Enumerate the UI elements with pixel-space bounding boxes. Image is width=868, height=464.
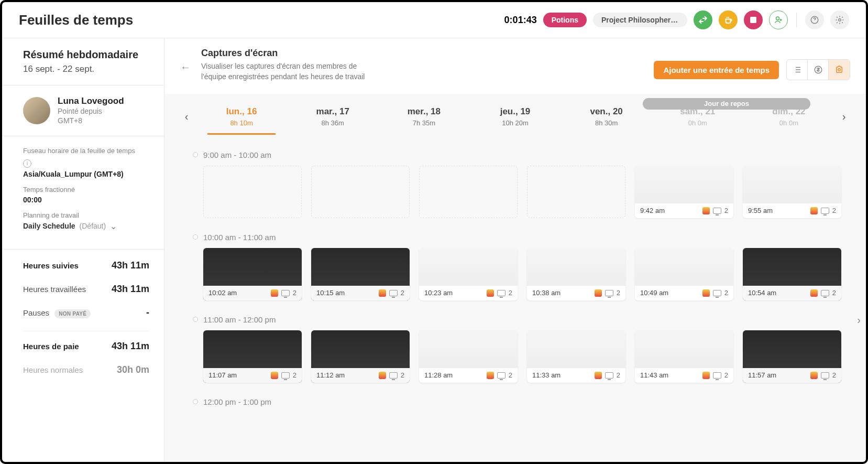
shuffle-icon[interactable] [694,10,712,29]
screenshot-card[interactable]: 11:43 am2 [635,330,733,383]
app-icon [702,372,710,379]
monitor-icon [713,208,721,214]
worked-label: Heures travaillées [23,285,86,294]
monitor-icon [605,290,613,296]
screen-count: 2 [293,371,296,379]
screenshot-time: 9:42 am [640,207,665,214]
money-view-icon[interactable] [808,60,829,80]
monitor-icon [497,290,506,296]
time-range: 11:00 am - 12:00 pm [203,315,276,324]
tz-value: Asia/Kuala_Lumpur (GMT+8) [23,170,149,178]
breaks-val: - [146,307,149,318]
day-duration: 10h 20m [486,119,544,127]
screenshot-card[interactable]: 10:23 am2 [419,248,518,300]
day-tab[interactable]: ven., 208h 30m [573,99,641,135]
app-icon [595,372,602,379]
svg-point-2 [839,19,841,21]
screenshot-slot-empty [311,166,410,218]
sidebar: Résumé hebdomadaire 16 sept. - 22 sept. … [2,38,164,461]
project-chip[interactable]: Project Philosopher's S… [593,13,687,27]
app-icon [487,372,494,379]
monitor-icon [821,372,829,379]
settings-icon[interactable] [830,10,849,29]
screenshot-card[interactable]: 11:33 am2 [527,330,625,383]
screenshot-card[interactable]: 11:12 am2 [311,330,410,383]
app-icon [810,207,818,214]
schedule-dropdown[interactable]: Daily Schedule (Défaut) ⌄ [23,221,149,231]
monitor-icon [713,372,721,379]
timeline-dot [193,152,198,157]
app-icon [702,289,710,297]
day-duration: 7h 35m [395,119,453,127]
screenshot-card[interactable]: 10:38 am2 [527,248,625,300]
main-content: ← Captures d'écran Visualiser les captur… [164,38,866,461]
worked-val: 43h 11m [112,284,149,295]
page-title: Feuilles de temps [19,12,133,28]
avatar[interactable] [23,97,50,124]
summary-range: 16 sept. - 22 sept. [23,64,149,74]
back-arrow-icon[interactable]: ← [180,61,191,73]
screenshot-time: 10:23 am [424,289,453,297]
screenshot-card[interactable]: 11:07 am2 [203,330,302,383]
screenshot-time: 9:55 am [748,207,773,214]
screen-count: 2 [832,371,836,379]
screenshot-card[interactable]: 10:54 am2 [743,248,841,300]
screen-count: 2 [724,289,728,297]
day-tab[interactable]: lun., 168h 10m [207,99,276,135]
app-icon [271,289,278,297]
screen-count: 2 [401,371,404,379]
stop-button[interactable] [744,10,763,29]
screenshot-card[interactable]: 11:28 am2 [419,330,518,383]
screenshot-card[interactable]: 10:49 am2 [635,248,733,300]
day-duration: 0h 0m [760,119,818,127]
screen-count: 2 [724,371,728,379]
screenshot-time: 11:28 am [424,371,453,379]
screenshot-card[interactable]: 10:02 am2 [203,248,302,300]
tag-chip[interactable]: Potions [543,13,587,27]
day-label: jeu., 19 [486,106,544,117]
app-icon [379,372,386,379]
next-week-icon[interactable]: › [834,111,853,123]
day-label: mar., 17 [304,106,361,117]
coffee-icon[interactable] [719,10,738,29]
app-icon [271,372,278,379]
screenshot-card[interactable]: 9:55 am2 [743,166,841,218]
screenshot-view-icon[interactable] [829,60,850,80]
scroll-right-icon[interactable]: › [857,314,861,326]
day-tab[interactable]: mar., 178h 36m [299,99,367,135]
screenshot-slot-empty [203,166,302,218]
monitor-icon [605,372,613,379]
day-tab[interactable]: mer., 187h 35m [390,99,458,135]
info-icon[interactable]: i [23,159,31,168]
svg-point-0 [776,17,779,20]
add-time-entry-button[interactable]: Ajouter une entrée de temps [654,61,779,79]
screen-count: 2 [617,289,620,297]
screen-count: 2 [401,289,404,297]
user-name: Luna Lovegood [58,96,124,106]
day-tab[interactable]: jeu., 1910h 20m [481,99,549,135]
monitor-icon [389,372,398,379]
tracked-label: Heures suivies [23,261,79,270]
app-icon [702,207,710,214]
screenshot-time: 10:38 am [532,289,561,297]
monitor-icon [713,290,721,296]
section-title: Captures d'écran [201,48,379,59]
list-view-icon[interactable] [787,60,808,80]
screenshot-slot-empty [419,166,518,218]
screenshot-card[interactable]: 11:57 am2 [743,330,841,383]
app-icon [595,289,602,297]
pay-val: 43h 11m [112,341,149,352]
help-icon[interactable] [805,10,824,29]
timer: 0:01:43 [504,15,537,26]
screenshot-card[interactable]: 10:15 am2 [311,248,410,300]
monitor-icon [281,290,290,296]
tz-label: Fuseau horaire de la feuille de temps [23,147,149,155]
schedule-label: Planning de travail [23,211,149,219]
user-add-icon[interactable] [769,10,788,29]
screen-count: 2 [617,371,620,379]
prev-week-icon[interactable]: ‹ [177,111,196,123]
app-icon [487,289,494,297]
screenshot-card[interactable]: 9:42 am2 [635,166,733,218]
timeline-dot [193,317,198,322]
time-range: 9:00 am - 10:00 am [203,150,271,159]
